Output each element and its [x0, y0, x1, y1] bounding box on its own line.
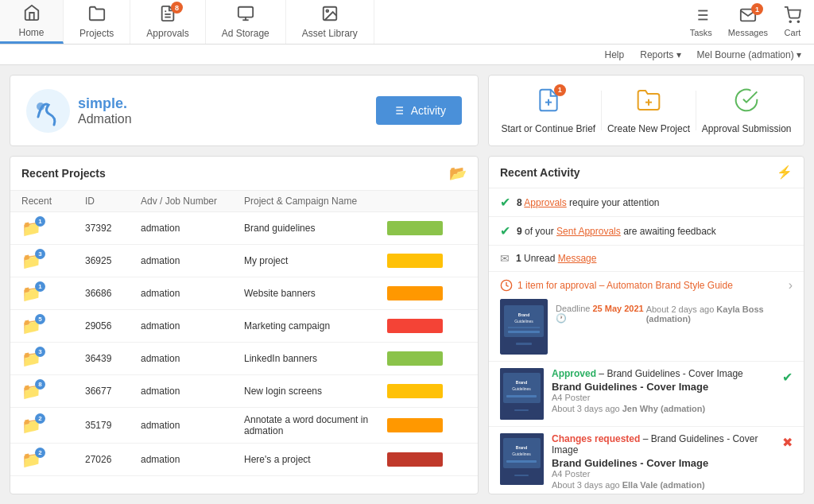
activity-text: Approved – Brand Guidelines - Cover Imag… [552, 368, 774, 413]
activity-timestamp: About 3 days ago Ella Vale (admation) [552, 480, 774, 490]
table-row[interactable]: 📁 3 36439 admation LinkedIn banners [10, 343, 478, 375]
deadline-date: 25 May 2021 [592, 304, 643, 313]
user-chevron-icon: ▾ [797, 49, 801, 60]
approvals-link[interactable]: Approvals [524, 197, 566, 208]
home-icon [23, 4, 41, 25]
right-panel: 1 Start or Continue Brief Create New Pro… [488, 75, 804, 494]
approval-icon [734, 87, 759, 118]
status-bar [387, 221, 443, 235]
table-row[interactable]: 📁 1 37392 admation Brand guidelines [10, 212, 478, 245]
table-row[interactable]: 📁 8 36677 admation New login screens [10, 375, 478, 408]
col-name: Project & Campaign Name [244, 196, 387, 207]
row-adv: admation [141, 353, 244, 364]
table-row[interactable]: 📁 2 35179 admation Annotate a word docum… [10, 408, 478, 444]
recent-activity-header: Recent Activity ⚡ [489, 157, 804, 188]
alert-sent-approvals: ✔ 9 of your Sent Approvals are awaiting … [489, 217, 804, 246]
check-circle-icon: ✔ [500, 195, 510, 210]
nav-messages[interactable]: 1 Messages [728, 6, 768, 37]
nav-tasks[interactable]: Tasks [690, 6, 712, 37]
svg-text:Guidelines: Guidelines [512, 386, 531, 391]
action-new-project-label: Create New Project [607, 123, 690, 134]
nav-home[interactable]: Home [0, 0, 64, 44]
svg-text:Brand: Brand [516, 380, 527, 385]
status-bar [387, 319, 443, 333]
svg-rect-39 [506, 395, 537, 397]
alert-message-text: 1 Unread Message [516, 253, 596, 264]
folder-cell: 📁 2 [21, 416, 85, 435]
nav-home-label: Home [18, 27, 44, 38]
row-name: Website banners [244, 288, 387, 299]
table-row[interactable]: 📁 2 27026 admation Here's a project [10, 444, 478, 476]
changes-label: Changes requested [552, 433, 640, 444]
table-row[interactable]: 📁 3 36925 admation My project [10, 245, 478, 277]
nav-ad-storage[interactable]: Ad Storage [206, 0, 286, 44]
row-name: Here's a project [244, 454, 387, 465]
status-bar [387, 351, 443, 366]
nav-asset-library[interactable]: Asset Library [286, 0, 374, 44]
nav-approvals-label: Approvals [146, 28, 188, 39]
nav-projects[interactable]: Projects [64, 0, 130, 44]
user-menu[interactable]: Mel Bourne (admation) ▾ [697, 49, 801, 60]
action-divider [601, 91, 602, 130]
logo-admation: Admation [78, 112, 132, 126]
col-adv: Adv / Job Number [141, 196, 244, 207]
folder-cell: 📁 2 [21, 450, 85, 469]
folder-cell: 📁 3 [21, 349, 85, 368]
nav-cart[interactable]: Cart [784, 6, 801, 37]
approvals-count: 8 [517, 197, 522, 208]
recent-projects-section: Recent Projects 📂 Recent ID Adv / Job Nu… [10, 156, 479, 494]
table-row[interactable]: 📁 1 36686 admation Website banners [10, 277, 478, 310]
ad-storage-icon [237, 5, 254, 26]
activity-row-approved[interactable]: Brand Guidelines Approved – Brand Guidel… [489, 362, 804, 427]
svg-text:Guidelines: Guidelines [514, 319, 533, 324]
sent-approvals-link[interactable]: Sent Approvals [556, 226, 621, 237]
svg-point-13 [789, 21, 791, 22]
message-link[interactable]: Message [558, 253, 597, 264]
reports-link[interactable]: Reports ▾ [640, 49, 680, 60]
activity-title: Brand Guidelines - Cover Image [552, 457, 774, 469]
action-brief[interactable]: 1 Start or Continue Brief [501, 87, 595, 134]
row-id: 36686 [85, 288, 141, 299]
help-link[interactable]: Help [605, 49, 625, 60]
row-id: 36677 [85, 386, 141, 397]
row-name: New login screens [244, 386, 387, 397]
row-name: Annotate a word document in admation [244, 414, 387, 436]
nav-approvals[interactable]: 8 Approvals [130, 0, 205, 44]
svg-text:Brand: Brand [518, 312, 529, 317]
approved-checkmark-icon: ✔ [782, 370, 793, 385]
logo-text: simple. Admation [78, 95, 132, 126]
folder-open-icon[interactable]: 📂 [449, 165, 467, 182]
svg-rect-34 [516, 343, 532, 345]
nav-right-section: Tasks 1 Messages Cart [677, 0, 814, 44]
status-bar [387, 286, 443, 300]
row-name: Marketing campaign [244, 320, 387, 331]
approval-count-link[interactable]: 1 item for approval [517, 280, 596, 291]
approval-timestamp: About 2 days ago Kayla Boss (admation) [646, 304, 793, 324]
approval-item-header: 1 item for approval – Automaton Brand St… [500, 278, 793, 293]
table-row[interactable]: 📁 5 29056 admation Marketing campaign [10, 310, 478, 343]
folder-cell: 📁 3 [21, 251, 85, 270]
row-id: 27026 [85, 454, 141, 465]
logo-section: simple. Admation Activity [10, 75, 479, 146]
deadline-label: Deadline 25 May 2021 🕐 [556, 304, 646, 324]
row-badge: 1 [35, 281, 45, 292]
alert-approvals-text: 8 Approvals require your attention [517, 197, 659, 208]
folder-cell: 📁 5 [21, 316, 85, 335]
approval-detail-item[interactable]: 1 item for approval – Automaton Brand St… [489, 272, 804, 362]
approved-label: Approved [552, 368, 596, 379]
messages-icon: 1 [739, 6, 757, 28]
action-approval[interactable]: Approval Submission [702, 87, 792, 134]
approval-content: Brand Guidelines Deadline 25 May 2021 [500, 299, 793, 355]
row-id: 36439 [85, 353, 141, 364]
row-id: 37392 [85, 223, 141, 234]
messages-badge: 1 [751, 3, 763, 15]
action-new-project[interactable]: Create New Project [607, 87, 690, 134]
alert-sent-text: 9 of your Sent Approvals are awaiting fe… [517, 226, 716, 237]
activity-button[interactable]: Activity [376, 96, 462, 125]
svg-point-6 [326, 10, 328, 12]
activity-row-changes[interactable]: Brand Guidelines Changes requested – Bra… [489, 427, 804, 494]
activity-thumbnail: Brand Guidelines [500, 433, 544, 485]
sent-count: 9 [517, 226, 522, 237]
approval-project-name: Automaton Brand Style Guide [607, 280, 733, 291]
clock-icon: 🕐 [556, 313, 567, 323]
